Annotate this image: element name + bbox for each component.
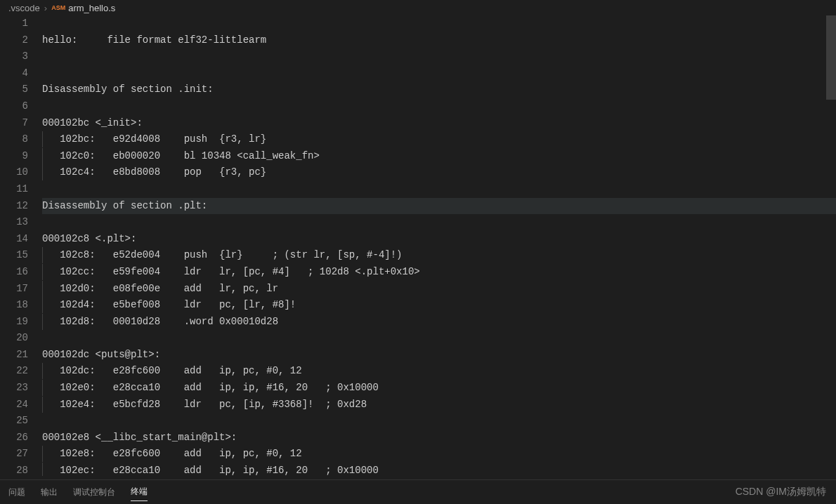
code-line[interactable]: Disassembly of section .plt: [42,198,836,215]
line-number: 15 [0,247,28,264]
code-line[interactable]: 102ec: e28cca10 add ip, ip, #16, 20 ; 0x… [42,463,836,476]
line-number: 9 [0,148,28,165]
line-number: 24 [0,397,28,413]
breadcrumb: .vscode › ASM arm_hello.s [0,0,836,15]
code-line[interactable]: Disassembly of section .init: [42,81,836,98]
code-line[interactable]: 102bc: e92d4008 push {r3, lr} [42,131,836,148]
panel-tab-1[interactable]: 输出 [41,484,58,501]
code-line[interactable]: hello: file format elf32-littlearm [42,32,836,49]
line-number: 22 [0,363,28,380]
code-line[interactable]: 102d4: e5bef008 ldr pc, [lr, #8]! [42,297,836,314]
code-line[interactable]: 102d8: 00010d28 .word 0x00010d28 [42,314,836,331]
code-line[interactable] [42,214,836,231]
code-line[interactable]: 000102e8 <__libc_start_main@plt>: [42,430,836,446]
watermark: CSDN @IM汤姆凯特 [736,486,826,498]
line-number: 4 [0,65,28,82]
line-number: 28 [0,463,28,476]
line-number: 14 [0,231,28,248]
line-number: 6 [0,98,28,115]
line-number: 2 [0,32,28,49]
line-number: 3 [0,48,28,65]
code-line[interactable] [42,15,836,32]
code-line[interactable] [42,65,836,82]
line-number: 20 [0,330,28,347]
code-editor[interactable]: 1234567891011121314151617181920212223242… [0,15,836,476]
line-number: 16 [0,264,28,281]
code-line[interactable] [42,98,836,115]
line-number: 27 [0,446,28,463]
code-line[interactable]: 102c0: eb000020 bl 10348 <call_weak_fn> [42,148,836,165]
panel-tab-2[interactable]: 调试控制台 [73,484,115,501]
code-line[interactable] [42,413,836,430]
line-number: 17 [0,281,28,298]
code-line[interactable]: 102e4: e5bcfd28 ldr pc, [ip, #3368]! ; 0… [42,397,836,413]
line-number: 7 [0,115,28,132]
code-content[interactable]: hello: file format elf32-littlearmDisass… [42,15,836,476]
code-line[interactable]: 000102dc <puts@plt>: [42,347,836,364]
code-line[interactable]: 102c8: e52de004 push {lr} ; (str lr, [sp… [42,247,836,264]
file-type-badge: ASM [51,4,65,11]
line-number: 1 [0,15,28,32]
line-number: 25 [0,413,28,430]
breadcrumb-folder[interactable]: .vscode [8,3,40,13]
code-line[interactable]: 102e0: e28cca10 add ip, ip, #16, 20 ; 0x… [42,380,836,397]
breadcrumb-file[interactable]: arm_hello.s [68,3,115,13]
code-line[interactable] [42,48,836,65]
scrollbar-thumb[interactable] [826,15,836,100]
code-line[interactable]: 102c4: e8bd8008 pop {r3, pc} [42,164,836,181]
breadcrumb-separator: › [44,3,47,13]
vertical-scrollbar[interactable] [826,15,836,476]
line-number-gutter: 1234567891011121314151617181920212223242… [0,15,42,476]
line-number: 8 [0,131,28,148]
code-line[interactable] [42,330,836,347]
code-line[interactable]: 102e8: e28fc600 add ip, pc, #0, 12 [42,446,836,463]
line-number: 26 [0,430,28,446]
code-line[interactable]: 102cc: e59fe004 ldr lr, [pc, #4] ; 102d8… [42,264,836,281]
code-line[interactable]: 102dc: e28fc600 add ip, pc, #0, 12 [42,363,836,380]
panel-tab-3[interactable]: 终端 [131,483,148,501]
line-number: 19 [0,314,28,331]
code-line[interactable] [42,181,836,198]
panel-tab-0[interactable]: 问题 [8,484,25,501]
line-number: 12 [0,198,28,215]
code-line[interactable]: 000102c8 <.plt>: [42,231,836,248]
line-number: 10 [0,164,28,181]
line-number: 5 [0,81,28,98]
line-number: 21 [0,347,28,364]
panel-tabs: 问题输出调试控制台终端 [0,479,836,504]
line-number: 23 [0,380,28,397]
code-line[interactable]: 102d0: e08fe00e add lr, pc, lr [42,281,836,298]
line-number: 11 [0,181,28,198]
line-number: 18 [0,297,28,314]
code-line[interactable]: 000102bc <_init>: [42,115,836,132]
line-number: 13 [0,214,28,231]
